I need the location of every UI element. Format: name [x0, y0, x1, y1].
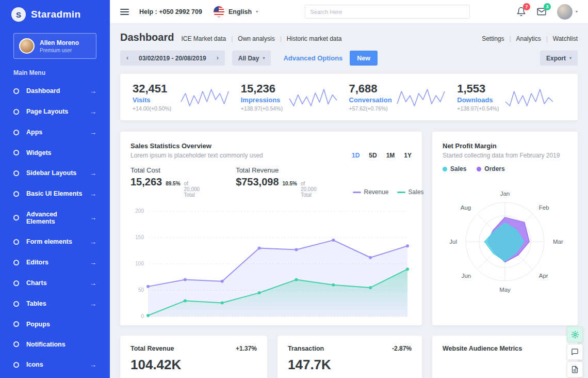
stats-card: 32,451Visits+14.00(+0.50%)15,236Impressi…	[120, 74, 578, 120]
card-subtitle: Started collecting data from February 20…	[443, 152, 567, 159]
summary-cards-row: Total Revenue+1.37%104.42KTransaction-2.…	[120, 336, 578, 378]
new-button[interactable]: New	[350, 51, 378, 66]
language-selector[interactable]: English ▾	[214, 6, 258, 17]
sidebar-item-notifications[interactable]: Notifications	[0, 334, 110, 354]
arrow-right-icon: →	[90, 259, 96, 266]
svg-text:Jul: Jul	[449, 239, 457, 245]
svg-text:Apr: Apr	[539, 273, 548, 279]
notification-badge: 7	[523, 3, 530, 10]
charts-row: Sales Statistics Overview Lorem ipsum is…	[120, 132, 578, 325]
profile-name: Allen Moreno	[40, 39, 79, 46]
menu-bullet-icon	[13, 301, 19, 307]
chat-fab-button[interactable]	[567, 344, 583, 360]
page-header: Dashboard ICE Market data|Own analysis|H…	[120, 32, 578, 43]
legend-item-orders: Orders	[477, 165, 504, 172]
us-flag-icon	[214, 6, 224, 17]
advanced-options-link[interactable]: Advanced Options	[283, 54, 342, 62]
sidebar-item-label: Sidebar Layouts	[26, 169, 76, 177]
header-link-historic-market-data[interactable]: Historic market data	[287, 35, 342, 42]
legend-swatch	[397, 192, 405, 193]
menu-toggle-icon[interactable]	[120, 9, 129, 15]
sidebar-item-dashboard[interactable]: Dashboard→	[0, 81, 110, 101]
document-fab-button[interactable]	[567, 361, 583, 377]
topnav: Help : +050 2992 709 English ▾ 7 3	[110, 0, 588, 23]
header-link-settings[interactable]: Settings	[482, 35, 504, 42]
sidebar-item-advanced-elements[interactable]: Advanced Elements→	[0, 204, 110, 231]
user-menu[interactable]: ▾	[557, 4, 578, 20]
sidebar-item-popups[interactable]: Popups	[0, 314, 110, 334]
chevron-right-icon[interactable]: ›	[210, 51, 225, 66]
sidebar-item-basic-ui-elements[interactable]: Basic UI Elements→	[0, 183, 110, 204]
brand[interactable]: S Staradmin	[0, 0, 110, 27]
all-day-dropdown[interactable]: All Day ▾	[232, 51, 271, 66]
messages-button[interactable]: 3	[536, 7, 547, 17]
header-link-watchlist[interactable]: Watchlist	[553, 35, 578, 42]
stat-change: +138.97(+0.54%)	[241, 105, 283, 112]
range-tab-1m[interactable]: 1M	[386, 152, 395, 159]
legend-label: Sales	[409, 188, 424, 196]
sidebar-item-charts[interactable]: Charts→	[0, 273, 110, 293]
stat-change: +14.00(+0.50%)	[133, 105, 171, 112]
export-dropdown[interactable]: Export ▾	[540, 51, 578, 66]
menu-bullet-icon	[13, 362, 19, 368]
chevron-left-icon[interactable]: ‹	[120, 51, 135, 66]
sidebar-item-page-layouts[interactable]: Page Layouts→	[0, 101, 110, 122]
sparkline-chart	[180, 86, 230, 108]
settings-fab-button[interactable]	[567, 326, 583, 342]
sidebar-item-apps[interactable]: Apps→	[0, 122, 110, 143]
separator: |	[509, 35, 511, 42]
stat-label: Conversation	[349, 96, 392, 104]
sparkline-chart	[504, 86, 554, 108]
legend-swatch	[353, 192, 361, 193]
header-links: ICE Market data|Own analysis|Historic ma…	[181, 35, 341, 42]
header-right-links: Settings|Analytics|Watchlist	[482, 35, 578, 42]
header-link-analytics[interactable]: Analytics	[516, 35, 541, 42]
date-range-picker[interactable]: ‹ 03/02/2019 - 20/08/2019 ›	[120, 51, 225, 66]
notifications-button[interactable]: 7	[516, 7, 526, 17]
sidebar-item-editors[interactable]: Editors→	[0, 252, 110, 273]
profile-avatar	[19, 38, 35, 54]
app-root: S Staradmin Allen Moreno Premium user Ma…	[0, 0, 588, 378]
range-tab-5d[interactable]: 5D	[369, 152, 377, 159]
sidebar-item-label: Page Layouts	[26, 108, 68, 115]
profile-card[interactable]: Allen Moreno Premium user	[13, 33, 96, 59]
header-link-ice-market-data[interactable]: ICE Market data	[181, 35, 226, 42]
menu-bullet-icon	[13, 191, 19, 197]
arrow-right-icon: →	[90, 279, 96, 287]
sidebar-item-widgets[interactable]: Widgets	[0, 143, 110, 163]
sidebar-item-form-elements[interactable]: Form elements→	[0, 231, 110, 252]
menu-bullet-icon	[13, 88, 19, 94]
stat-label: Visits	[133, 96, 171, 104]
gear-icon	[571, 330, 579, 339]
arrow-right-icon: →	[90, 190, 96, 198]
line-chart-legend: RevenueSales	[353, 188, 424, 198]
arrow-right-icon: →	[90, 361, 96, 369]
svg-text:Mar: Mar	[553, 239, 563, 245]
total-cost-sub: of 20,000 Total	[184, 181, 200, 198]
svg-text:100: 100	[135, 261, 144, 266]
stat-conversation: 7,688Conversation+57.62(+0.76%)	[349, 83, 458, 112]
arrow-right-icon: →	[90, 129, 96, 136]
sidebar-item-tables[interactable]: Tables→	[0, 293, 110, 314]
search-input[interactable]	[305, 5, 470, 19]
arrow-right-icon: →	[90, 87, 96, 95]
arrow-right-icon: →	[90, 169, 96, 177]
separator: |	[546, 35, 548, 42]
sidebar-item-sidebar-layouts[interactable]: Sidebar Layouts→	[0, 163, 110, 183]
svg-text:0: 0	[141, 313, 144, 319]
card-value: 104.42K	[130, 357, 257, 373]
range-tab-1d[interactable]: 1D	[352, 152, 360, 159]
range-tabs: 1D5D1M1Y	[352, 152, 412, 159]
stat-label: Impressions	[241, 96, 283, 104]
card-title: Net Profit Margin	[443, 142, 567, 150]
card-value: 147.7K	[288, 357, 412, 373]
sidebar-item-label: Widgets	[26, 149, 52, 156]
range-tab-1y[interactable]: 1Y	[404, 152, 412, 159]
sales-line-chart: 050100150200	[130, 204, 412, 328]
header-link-own-analysis[interactable]: Own analysis	[238, 35, 274, 42]
card-title: Sales Statistics Overview	[130, 142, 263, 150]
chevron-down-icon: ▾	[263, 56, 265, 60]
legend-item-sales: Sales	[397, 188, 424, 196]
sidebar-item-icons[interactable]: Icons→	[0, 354, 110, 375]
stat-value: 1,553	[457, 83, 499, 95]
